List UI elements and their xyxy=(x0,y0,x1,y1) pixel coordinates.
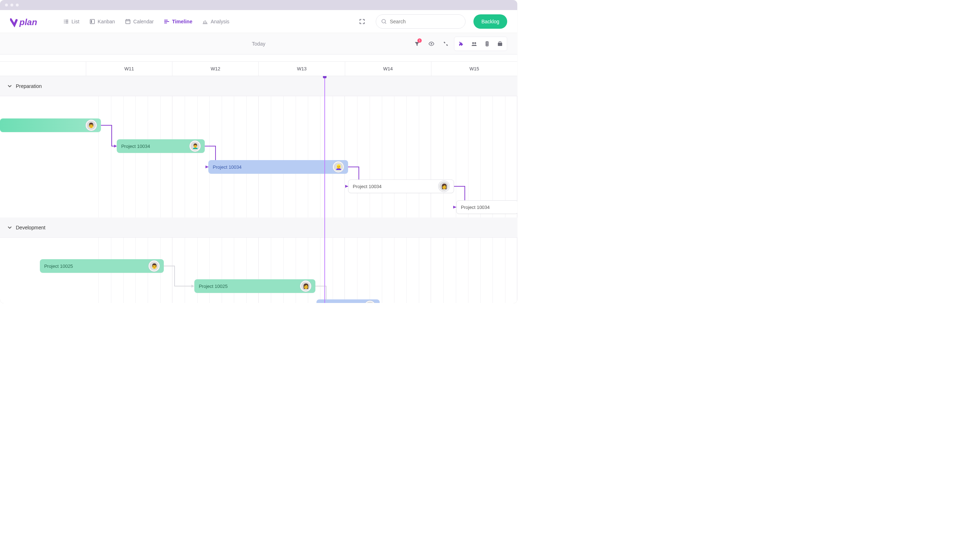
archive-button[interactable] xyxy=(494,38,506,50)
team-button[interactable] xyxy=(468,38,480,50)
integrations-button[interactable] xyxy=(455,38,467,50)
week-header-row: W11 W12 W13 W14 W15 xyxy=(0,62,517,76)
blank-strip xyxy=(0,55,517,62)
nav-kanban-label: Kanban xyxy=(98,19,115,24)
nav-timeline-label: Timeline xyxy=(172,19,192,24)
assignee-avatar[interactable]: 👨 xyxy=(365,301,375,303)
traffic-light-max[interactable] xyxy=(16,3,19,6)
view-nav: List Kanban Calendar Timeline Analysis xyxy=(62,16,231,27)
svg-rect-9 xyxy=(486,42,488,43)
fullscreen-button[interactable] xyxy=(356,16,368,27)
filter-badge: 1 xyxy=(417,38,422,43)
nav-list[interactable]: List xyxy=(62,16,81,27)
svg-rect-1 xyxy=(90,19,95,24)
assignee-avatar[interactable]: 👩 xyxy=(439,181,449,192)
svg-rect-3 xyxy=(126,20,130,24)
svg-point-5 xyxy=(431,43,432,44)
task-bar[interactable]: Project 10025👩 xyxy=(194,279,316,293)
week-col-w13: W13 xyxy=(259,62,345,76)
svg-rect-11 xyxy=(486,45,488,46)
briefcase-icon xyxy=(497,41,503,47)
today-knob-icon xyxy=(323,76,327,78)
app-logo[interactable]: plan xyxy=(10,16,45,27)
svg-point-7 xyxy=(474,42,476,44)
expand-icon xyxy=(359,19,365,24)
task-bar[interactable]: Project 10034👨‍🦱 xyxy=(117,139,205,153)
search-input[interactable] xyxy=(390,19,460,24)
week-col-w14: W14 xyxy=(345,62,431,76)
storage-icon xyxy=(485,41,490,47)
sub-toolbar: Today 1 xyxy=(0,33,517,55)
task-bar[interactable]: 👨 xyxy=(0,119,101,132)
week-col-w12: W12 xyxy=(173,62,259,76)
nav-analysis-label: Analysis xyxy=(211,19,229,24)
top-navbar: plan List Kanban Calendar Timeline xyxy=(0,10,517,33)
chart-icon xyxy=(202,19,208,24)
svg-rect-2 xyxy=(91,20,92,23)
assignee-avatar[interactable]: 👨‍🦱 xyxy=(190,141,200,152)
resource-button[interactable] xyxy=(481,38,493,50)
nav-calendar-label: Calendar xyxy=(133,19,154,24)
tools-icon xyxy=(443,41,449,47)
task-bar[interactable]: Project 10034👱‍♀️ xyxy=(208,160,348,174)
calendar-icon xyxy=(125,19,131,24)
assignee-avatar[interactable]: 👩 xyxy=(300,281,311,291)
list-icon xyxy=(63,19,69,24)
task-bar[interactable]: Project 10025👨 xyxy=(316,299,380,303)
svg-point-6 xyxy=(473,42,474,44)
assignee-avatar[interactable]: 👱‍♀️ xyxy=(333,161,344,172)
today-label[interactable]: Today xyxy=(252,41,265,47)
people-icon xyxy=(471,41,477,47)
today-indicator[interactable] xyxy=(324,76,325,303)
search-box[interactable] xyxy=(376,14,466,29)
lane-header-development[interactable]: Development xyxy=(0,218,517,238)
lane-name-development: Development xyxy=(16,225,46,231)
nav-kanban[interactable]: Kanban xyxy=(88,16,116,27)
task-label: Project 10034 xyxy=(353,184,381,189)
visibility-button[interactable] xyxy=(425,38,438,50)
task-label: Project 10034 xyxy=(461,205,490,210)
nav-timeline[interactable]: Timeline xyxy=(162,16,194,27)
assignee-avatar[interactable]: 👨 xyxy=(149,261,160,271)
task-bar[interactable]: Project 10034👩 xyxy=(348,179,454,193)
svg-text:plan: plan xyxy=(19,17,37,27)
lane-name-preparation: Preparation xyxy=(16,83,42,89)
lane-header-preparation[interactable]: Preparation xyxy=(0,76,517,96)
task-label: Project 10025 xyxy=(44,264,73,269)
gantt-area[interactable]: Preparation 👨Project 10034👨‍🦱Project 100… xyxy=(0,76,517,303)
task-label: Project 10034 xyxy=(121,144,150,149)
eye-icon xyxy=(428,41,435,47)
svg-rect-10 xyxy=(486,43,488,44)
task-label: Project 10034 xyxy=(213,165,241,170)
assignee-avatar[interactable]: 👨 xyxy=(86,120,97,131)
nav-calendar[interactable]: Calendar xyxy=(124,16,155,27)
task-bar[interactable]: Project 10034 xyxy=(456,200,517,214)
backlog-button[interactable]: Backlog xyxy=(473,14,507,29)
nav-list-label: List xyxy=(71,19,79,24)
svg-point-4 xyxy=(382,19,385,23)
chevron-down-icon xyxy=(7,84,12,89)
task-label: Project 10025 xyxy=(199,283,227,289)
task-bar[interactable]: Project 10025👨 xyxy=(40,259,164,273)
settings-button[interactable] xyxy=(440,38,452,50)
week-col-w11: W11 xyxy=(86,62,173,76)
window-titlebar xyxy=(0,0,517,10)
chevron-down-icon xyxy=(7,225,12,230)
search-icon xyxy=(381,19,387,24)
nav-analysis[interactable]: Analysis xyxy=(201,16,231,27)
kanban-icon xyxy=(89,19,95,24)
puzzle-icon xyxy=(458,41,464,47)
traffic-light-min[interactable] xyxy=(10,3,13,6)
traffic-light-close[interactable] xyxy=(5,3,8,6)
filter-button[interactable]: 1 xyxy=(411,38,423,50)
svg-rect-12 xyxy=(498,43,502,46)
timeline-icon xyxy=(164,19,170,24)
week-col-w15: W15 xyxy=(431,62,517,76)
